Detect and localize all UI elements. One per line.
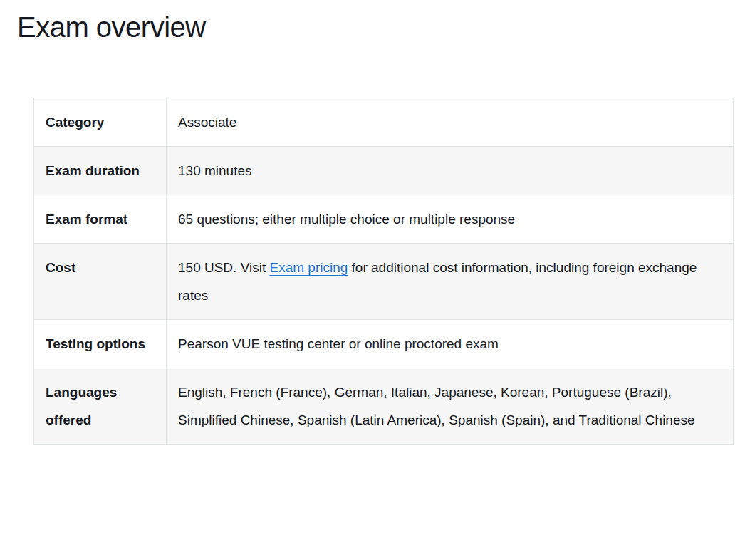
row-value-languages-offered: English, French (France), German, Italia… — [167, 368, 734, 445]
row-label-exam-format: Exam format — [34, 195, 167, 244]
exam-pricing-link[interactable]: Exam pricing — [269, 260, 348, 275]
row-label-testing-options: Testing options — [34, 320, 167, 368]
row-value-exam-format: 65 questions; either multiple choice or … — [167, 195, 734, 244]
table-row-category: Category Associate — [34, 98, 734, 147]
cost-text-prefix: 150 USD. Visit — [178, 260, 269, 275]
exam-overview-table: Category Associate Exam duration 130 min… — [33, 98, 734, 445]
table-row-exam-duration: Exam duration 130 minutes — [34, 147, 734, 195]
row-value-testing-options: Pearson VUE testing center or online pro… — [167, 320, 734, 368]
row-label-cost: Cost — [34, 244, 167, 320]
row-value-category: Associate — [167, 98, 734, 147]
row-label-languages-offered: Languages offered — [34, 368, 167, 445]
page-title: Exam overview — [17, 11, 745, 43]
table-row-cost: Cost 150 USD. Visit Exam pricing for add… — [34, 244, 734, 320]
row-label-category: Category — [34, 98, 167, 147]
table-row-languages-offered: Languages offered English, French (Franc… — [34, 368, 734, 445]
table-row-testing-options: Testing options Pearson VUE testing cent… — [34, 320, 734, 368]
row-value-exam-duration: 130 minutes — [167, 147, 734, 195]
table-row-exam-format: Exam format 65 questions; either multipl… — [34, 195, 734, 244]
row-value-cost: 150 USD. Visit Exam pricing for addition… — [167, 244, 734, 320]
row-label-exam-duration: Exam duration — [34, 147, 167, 195]
